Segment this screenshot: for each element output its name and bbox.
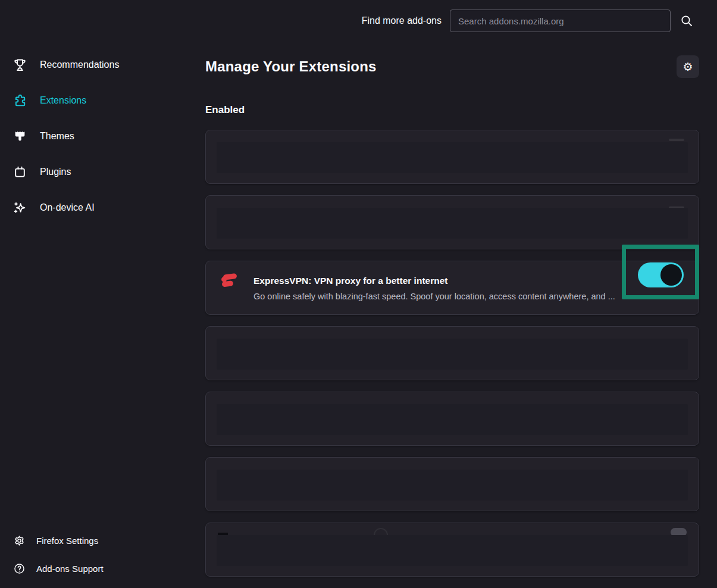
extension-name[interactable]: ExpressVPN: VPN proxy for a better inter… [253,275,687,287]
redacted-toggle-placeholder [669,139,684,141]
extension-description: Go online safely with blazing-fast speed… [253,291,687,302]
search-icon [680,14,694,28]
sidebar-item-plugins[interactable]: Plugins [0,154,205,190]
sidebar-item-label: Themes [40,131,74,142]
sidebar-item-addons-support[interactable]: Add-ons Support [0,555,104,583]
extension-card-redacted[interactable] [205,326,699,380]
extension-card-redacted[interactable] [205,195,699,249]
sidebar: Recommendations Extensions Themes [0,42,205,588]
title-row: Manage Your Extensions ⚙ [205,55,699,79]
extension-card-list: ExpressVPN: VPN proxy for a better inter… [205,130,699,577]
sidebar-item-label: On-device AI [40,202,95,213]
enabled-section-heading: Enabled [205,104,699,116]
search-input[interactable] [450,10,671,32]
header: Find more add-ons [0,0,717,42]
sparkles-icon [12,200,28,216]
redacted-content [217,535,688,566]
extension-text-block: ExpressVPN: VPN proxy for a better inter… [253,275,687,302]
find-more-addons-label: Find more add-ons [362,15,442,26]
page-title: Manage Your Extensions [205,58,377,75]
extension-enable-toggle[interactable] [638,262,684,287]
search-button[interactable] [679,13,694,29]
extension-card-redacted[interactable] [205,523,699,577]
main-content: Manage Your Extensions ⚙ Enabled [205,42,699,588]
plug-icon [12,164,28,180]
extension-card-redacted[interactable] [205,457,699,511]
extension-card-expressvpn[interactable]: ExpressVPN: VPN proxy for a better inter… [205,261,699,315]
sidebar-item-label: Extensions [40,95,86,106]
toggle-knob [660,264,682,286]
paintbrush-icon [12,129,28,145]
extension-card-redacted[interactable] [205,392,699,446]
puzzle-icon [12,93,28,109]
sidebar-item-firefox-settings[interactable]: Firefox Settings [0,527,98,555]
expressvpn-logo-icon [218,269,240,292]
sidebar-item-recommendations[interactable]: Recommendations [0,47,205,83]
sidebar-item-label: Recommendations [40,60,119,70]
tools-for-all-addons-button[interactable]: ⚙ [677,55,699,78]
sidebar-item-extensions[interactable]: Extensions [0,83,205,118]
redacted-content [217,404,688,435]
addons-manager-page: Find more add-ons Recommendations [0,0,717,588]
sidebar-item-label: Add-ons Support [36,564,104,574]
redacted-content [217,339,688,370]
sidebar-item-label: Plugins [40,167,71,177]
sidebar-item-label: Firefox Settings [36,536,98,546]
sidebar-item-themes[interactable]: Themes [0,118,205,154]
redacted-content [217,470,688,501]
help-icon [13,562,26,575]
extension-card-redacted[interactable] [205,130,699,184]
redacted-content [217,208,688,239]
trophy-icon [12,57,28,73]
gear-icon [13,534,26,547]
sidebar-item-on-device-ai[interactable]: On-device AI [0,190,205,226]
gear-icon: ⚙ [682,60,693,74]
redacted-content [217,142,688,173]
